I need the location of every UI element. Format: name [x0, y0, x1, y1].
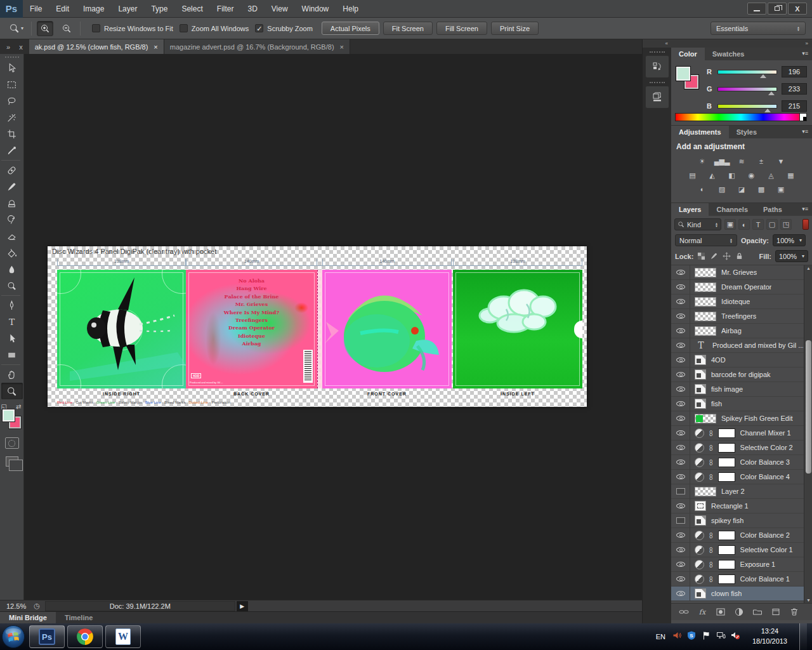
eye-icon[interactable] [676, 503, 685, 508]
pen-tool[interactable] [1, 297, 23, 314]
layer-mask-thumbnail[interactable] [718, 574, 735, 584]
layer-thumbnail[interactable] [695, 414, 716, 423]
panel-menu-icon[interactable]: ▾≡ [802, 206, 808, 212]
eye-icon[interactable] [676, 270, 685, 275]
status-popup-arrow[interactable]: ▶ [237, 601, 248, 611]
visibility-cell[interactable] [671, 455, 690, 469]
visibility-cell[interactable] [671, 470, 690, 484]
fill-screen-button[interactable]: Fill Screen [436, 22, 487, 35]
menu-type[interactable]: Type [144, 0, 174, 18]
layer-thumbnail[interactable] [695, 268, 716, 277]
menu-3d[interactable]: 3D [240, 0, 264, 18]
photoshop-taskbar-button[interactable]: Ps [29, 625, 65, 648]
slider-thumb[interactable] [768, 91, 775, 95]
sophos-shield-tray-icon[interactable]: S [687, 631, 697, 643]
layer-row[interactable]: clown fish [671, 587, 812, 601]
screen-mode-button[interactable] [6, 456, 18, 467]
properties-panel-button[interactable] [645, 86, 669, 109]
tab-swatches[interactable]: Swatches [705, 48, 752, 60]
layer-row[interactable]: 8Color Balance 3 [671, 455, 812, 470]
move-tool[interactable] [1, 60, 23, 76]
color-balance-icon[interactable]: ◭ [705, 170, 719, 180]
layer-mask-thumbnail[interactable] [718, 458, 735, 467]
lock-all-icon[interactable] [735, 252, 743, 260]
channel-value[interactable]: 196 [782, 66, 807, 77]
shape-layer-thumbnail[interactable] [695, 501, 706, 511]
layers-scrollbar[interactable]: ▲ ▼ [804, 265, 812, 603]
history-panel-button[interactable] [645, 55, 669, 78]
visibility-cell[interactable] [671, 484, 690, 498]
posterize-icon[interactable]: ▨ [715, 184, 729, 194]
swap-colors-icon[interactable]: ⇄ [16, 403, 21, 410]
exposure-icon[interactable]: ± [754, 156, 768, 166]
zoom-tool[interactable] [1, 383, 23, 399]
expand-panels-control[interactable]: « [643, 39, 671, 48]
visibility-cell[interactable] [671, 280, 690, 294]
new-adjustment-icon[interactable] [734, 607, 744, 617]
invert-icon[interactable]: ◐ [695, 184, 709, 194]
menu-window[interactable]: Window [295, 0, 336, 18]
adjustment-layer-icon[interactable] [695, 574, 704, 584]
lock-position-icon[interactable] [723, 252, 731, 260]
tab-timeline[interactable]: Timeline [56, 612, 102, 623]
adjustment-layer-icon[interactable] [695, 560, 704, 569]
black-white-icon[interactable]: ◧ [725, 170, 739, 180]
fill-value[interactable]: 100% ▾ [775, 250, 808, 262]
minimize-button[interactable] [747, 3, 766, 15]
tab-layers[interactable]: Layers [671, 203, 709, 216]
layer-row[interactable]: spikey fish [671, 514, 812, 528]
word-taskbar-button[interactable]: W [105, 625, 141, 648]
tab-adjustments[interactable]: Adjustments [671, 126, 729, 138]
eye-icon[interactable] [676, 460, 685, 465]
layer-row[interactable]: Layer 2 [671, 484, 812, 499]
start-button[interactable] [0, 623, 27, 650]
color-lookup-icon[interactable]: ▦ [784, 170, 798, 180]
menu-view[interactable]: View [265, 0, 295, 18]
eye-icon[interactable] [676, 533, 685, 538]
network-tray-icon[interactable] [716, 631, 726, 643]
visibility-cell[interactable] [671, 411, 690, 425]
foreground-color-swatch[interactable] [3, 409, 15, 421]
layer-row[interactable]: Airbag [671, 324, 812, 338]
visibility-cell[interactable] [671, 572, 690, 586]
smart-object-thumbnail[interactable] [695, 399, 706, 409]
menu-help[interactable]: Help [336, 0, 365, 18]
layer-row[interactable]: 8Color Balance 1 [671, 572, 812, 587]
curves-icon[interactable]: ≋ [735, 156, 749, 166]
eye-icon[interactable] [676, 284, 685, 289]
menu-image[interactable]: Image [76, 0, 111, 18]
layer-row[interactable]: 8Exposure 1 [671, 557, 812, 572]
layer-thumbnail[interactable] [695, 282, 716, 292]
adjustment-layer-icon[interactable] [695, 545, 704, 555]
layer-effects-icon[interactable]: fx [697, 607, 707, 617]
visibility-cell[interactable] [671, 426, 690, 440]
layer-mask-thumbnail[interactable] [718, 560, 735, 569]
channel-mixer-icon[interactable]: ◬ [764, 170, 778, 180]
visibility-cell[interactable] [671, 338, 690, 352]
layer-row[interactable]: 8Color Balance 2 [671, 528, 812, 543]
collapse-panels-control[interactable]: » [671, 39, 812, 48]
tab-channels[interactable]: Channels [709, 203, 756, 216]
panel-grip[interactable] [5, 56, 19, 58]
hidden-eye-box[interactable] [676, 517, 685, 524]
restore-button[interactable] [768, 3, 787, 15]
slider-thumb[interactable] [760, 74, 766, 78]
brightness-contrast-icon[interactable]: ☀ [695, 156, 709, 166]
visibility-cell[interactable] [671, 382, 690, 396]
lock-paint-icon[interactable] [710, 252, 718, 260]
layer-row[interactable]: 8Selective Color 2 [671, 441, 812, 455]
history-brush-tool[interactable] [1, 211, 23, 228]
document-tab[interactable]: ak.psd @ 12.5% (clown fish, RGB/8)× [29, 39, 164, 54]
smart-object-thumbnail[interactable] [695, 369, 706, 380]
eye-icon[interactable] [676, 591, 685, 596]
type-tool[interactable]: T [1, 314, 23, 330]
healing-brush-tool[interactable] [1, 162, 23, 178]
checkbox-unchecked[interactable] [180, 24, 188, 32]
flag-tray-icon[interactable] [702, 631, 711, 643]
adobe-drive-icon[interactable]: ◷ [34, 602, 40, 610]
adjustment-layer-icon[interactable] [695, 472, 704, 482]
link-layers-icon[interactable] [679, 607, 689, 617]
layer-thumbnail[interactable] [695, 297, 716, 307]
adjustment-layer-icon[interactable] [695, 531, 704, 540]
tab-paths[interactable]: Paths [756, 203, 790, 216]
